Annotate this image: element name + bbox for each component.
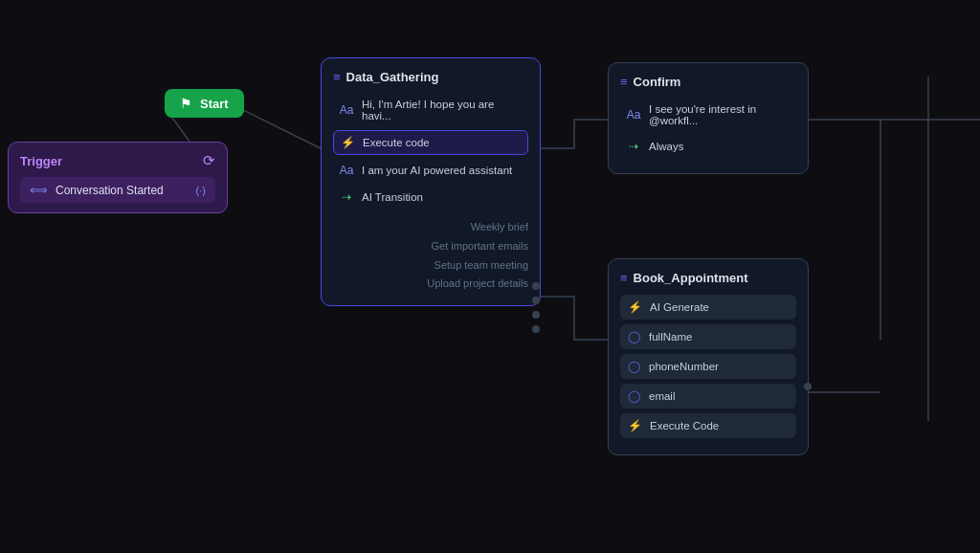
book-field-label-4: Execute Code [650, 420, 719, 431]
output-3: Upload project details [333, 275, 528, 294]
trigger-header: Trigger ⟳ [20, 152, 215, 169]
confirm-row-0: Aa I see you're interest in @workfl... [620, 99, 796, 131]
trigger-item[interactable]: ⟺ Conversation Started (·) [20, 177, 215, 203]
dot-4 [532, 325, 540, 333]
text-icon-1: Aa [339, 164, 354, 177]
text-icon-0: Aa [339, 103, 354, 117]
book-header: ≡ Book_Appointment [620, 271, 796, 285]
confirm-row-1: ⇢ Always [620, 135, 796, 158]
book-header-icon: ≡ [620, 271, 628, 285]
dot-1 [532, 282, 540, 290]
confirm-text-icon: Aa [626, 108, 641, 122]
book-field-2: ◯ phoneNumber [620, 354, 796, 379]
book-field-1: ◯ fullName [620, 324, 796, 349]
trigger-node[interactable]: Trigger ⟳ ⟺ Conversation Started (·) [8, 142, 228, 213]
start-icon: ⚑ [180, 96, 192, 111]
confirm-transition-icon: ⇢ [626, 140, 641, 153]
book-field-label-2: phoneNumber [649, 361, 719, 372]
data-gathering-title: Data_Gathering [346, 70, 439, 84]
dot-5 [804, 383, 812, 390]
book-field-4: ⚡ Execute Code [620, 413, 796, 438]
data-row-label-0: Hi, I'm Artie! I hope you are havi... [362, 99, 523, 122]
data-gathering-node[interactable]: ≡ Data_Gathering Aa Hi, I'm Artie! I hop… [321, 57, 541, 306]
output-1: Get important emails [333, 237, 528, 256]
data-header-icon: ≡ [333, 70, 341, 84]
confirm-node[interactable]: ≡ Confirm Aa I see you're interest in @w… [608, 62, 809, 174]
output-0: Weekly brief [333, 218, 528, 237]
data-row-label-1: Execute code [363, 137, 430, 148]
book-field-icon-2: ◯ [628, 360, 641, 373]
book-field-label-0: AI Generate [650, 301, 709, 313]
book-title: Book_Appointment [634, 271, 748, 285]
start-label: Start [200, 97, 229, 111]
output-2: Setup team meeting [333, 256, 528, 276]
book-field-label-1: fullName [649, 331, 692, 343]
canvas: Trigger ⟳ ⟺ Conversation Started (·) ⚑ S… [0, 0, 980, 553]
dot-3 [532, 311, 540, 319]
dot-2 [532, 297, 540, 304]
trigger-icon: ⟳ [203, 152, 215, 169]
book-field-0: ⚡ AI Generate [620, 295, 796, 320]
output-list: Weekly brief Get important emails Setup … [333, 218, 528, 294]
book-field-icon-3: ◯ [628, 389, 641, 403]
book-code-icon: ⚡ [628, 419, 642, 432]
book-field-icon-1: ◯ [628, 330, 641, 343]
svg-line-1 [237, 107, 321, 148]
conversation-label: Conversation Started [56, 184, 189, 197]
data-row-0: Aa Hi, I'm Artie! I hope you are havi... [333, 94, 528, 126]
book-field-3: ◯ email [620, 384, 796, 409]
data-row-2: Aa I am your AI powered assistant [333, 159, 528, 182]
confirm-header: ≡ Confirm [620, 75, 796, 89]
conversation-badge: (·) [196, 185, 206, 196]
confirm-header-icon: ≡ [620, 75, 628, 89]
data-row-label-2: I am your AI powered assistant [362, 165, 512, 176]
confirm-title: Confirm [634, 75, 681, 89]
confirm-row-label-0: I see you're interest in @workfl... [649, 103, 791, 126]
confirm-row-label-1: Always [649, 141, 683, 152]
book-appointment-node[interactable]: ≡ Book_Appointment ⚡ AI Generate ◯ fullN… [608, 258, 809, 455]
transition-icon-0: ⇢ [339, 190, 354, 204]
code-icon-0: ⚡ [340, 136, 355, 149]
data-row-3: ⇢ AI Transition [333, 186, 528, 209]
data-row-1[interactable]: ⚡ Execute code [333, 130, 528, 155]
conversation-icon: ⟺ [30, 183, 48, 197]
data-gathering-header: ≡ Data_Gathering [333, 70, 528, 84]
trigger-title: Trigger [20, 154, 62, 168]
data-row-label-3: AI Transition [362, 191, 423, 203]
start-node[interactable]: ⚑ Start [165, 89, 244, 118]
book-ai-icon: ⚡ [628, 300, 642, 314]
book-field-label-3: email [649, 390, 675, 402]
